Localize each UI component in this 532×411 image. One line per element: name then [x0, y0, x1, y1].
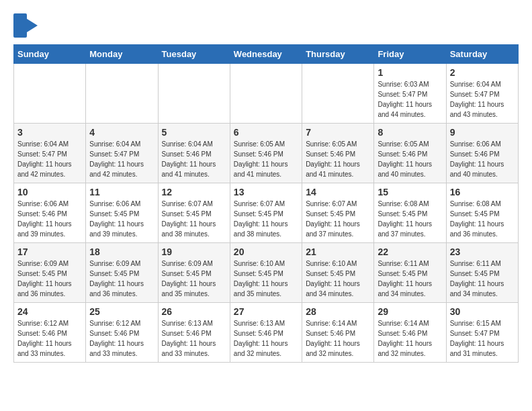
- calendar-cell: 14Sunrise: 6:07 AM Sunset: 5:45 PM Dayli…: [302, 183, 374, 243]
- day-info: Sunrise: 6:10 AM Sunset: 5:45 PM Dayligh…: [234, 259, 298, 299]
- day-number: 8: [378, 127, 442, 138]
- calendar-body: 1Sunrise: 6:03 AM Sunset: 5:47 PM Daylig…: [14, 64, 519, 363]
- calendar-cell: 4Sunrise: 6:04 AM Sunset: 5:47 PM Daylig…: [86, 124, 158, 183]
- day-info: Sunrise: 6:09 AM Sunset: 5:45 PM Dayligh…: [89, 259, 154, 299]
- day-number: 21: [306, 246, 370, 257]
- day-number: 12: [162, 187, 226, 197]
- day-info: Sunrise: 6:06 AM Sunset: 5:45 PM Dayligh…: [89, 199, 154, 239]
- calendar-cell: [158, 64, 230, 124]
- svg-marker-1: [27, 19, 38, 32]
- day-info: Sunrise: 6:15 AM Sunset: 5:47 PM Dayligh…: [450, 318, 515, 359]
- day-info: Sunrise: 6:05 AM Sunset: 5:46 PM Dayligh…: [306, 139, 370, 179]
- calendar-cell: 11Sunrise: 6:06 AM Sunset: 5:45 PM Dayli…: [86, 183, 158, 243]
- calendar-cell: 10Sunrise: 6:06 AM Sunset: 5:46 PM Dayli…: [14, 183, 86, 243]
- day-info: Sunrise: 6:12 AM Sunset: 5:46 PM Dayligh…: [89, 318, 154, 359]
- day-info: Sunrise: 6:07 AM Sunset: 5:45 PM Dayligh…: [234, 199, 298, 239]
- day-info: Sunrise: 6:14 AM Sunset: 5:46 PM Dayligh…: [378, 318, 442, 359]
- day-info: Sunrise: 6:04 AM Sunset: 5:47 PM Dayligh…: [89, 139, 154, 179]
- header-wednesday: Wednesday: [230, 45, 302, 64]
- header-tuesday: Tuesday: [158, 45, 230, 64]
- calendar-week-4: 17Sunrise: 6:09 AM Sunset: 5:45 PM Dayli…: [14, 243, 519, 303]
- day-number: 17: [17, 246, 82, 257]
- day-number: 7: [306, 127, 370, 138]
- calendar-cell: 12Sunrise: 6:07 AM Sunset: 5:45 PM Dayli…: [158, 183, 230, 243]
- calendar-cell: 24Sunrise: 6:12 AM Sunset: 5:46 PM Dayli…: [14, 303, 86, 363]
- logo-icon: [13, 13, 38, 38]
- day-info: Sunrise: 6:04 AM Sunset: 5:46 PM Dayligh…: [162, 139, 226, 179]
- calendar-cell: [86, 64, 158, 124]
- calendar-cell: 2Sunrise: 6:04 AM Sunset: 5:47 PM Daylig…: [446, 64, 518, 124]
- calendar-cell: 3Sunrise: 6:04 AM Sunset: 5:47 PM Daylig…: [14, 124, 86, 183]
- calendar-week-5: 24Sunrise: 6:12 AM Sunset: 5:46 PM Dayli…: [14, 303, 519, 363]
- day-info: Sunrise: 6:09 AM Sunset: 5:45 PM Dayligh…: [162, 259, 226, 299]
- calendar-week-3: 10Sunrise: 6:06 AM Sunset: 5:46 PM Dayli…: [14, 183, 519, 243]
- day-number: 23: [450, 246, 515, 257]
- calendar-cell: 5Sunrise: 6:04 AM Sunset: 5:46 PM Daylig…: [158, 124, 230, 183]
- day-info: Sunrise: 6:04 AM Sunset: 5:47 PM Dayligh…: [17, 139, 82, 179]
- calendar-cell: 18Sunrise: 6:09 AM Sunset: 5:45 PM Dayli…: [86, 243, 158, 303]
- day-info: Sunrise: 6:13 AM Sunset: 5:46 PM Dayligh…: [234, 318, 298, 359]
- header-monday: Monday: [86, 45, 158, 64]
- calendar-cell: 26Sunrise: 6:13 AM Sunset: 5:46 PM Dayli…: [158, 303, 230, 363]
- day-number: 13: [234, 187, 298, 197]
- day-number: 20: [234, 246, 298, 257]
- calendar-cell: 28Sunrise: 6:14 AM Sunset: 5:46 PM Dayli…: [302, 303, 374, 363]
- svg-rect-0: [13, 13, 27, 38]
- header-sunday: Sunday: [14, 45, 86, 64]
- day-number: 9: [450, 127, 515, 138]
- calendar-cell: 8Sunrise: 6:05 AM Sunset: 5:46 PM Daylig…: [374, 124, 446, 183]
- day-info: Sunrise: 6:10 AM Sunset: 5:45 PM Dayligh…: [306, 259, 370, 299]
- day-info: Sunrise: 6:05 AM Sunset: 5:46 PM Dayligh…: [378, 139, 442, 179]
- day-info: Sunrise: 6:07 AM Sunset: 5:45 PM Dayligh…: [306, 199, 370, 239]
- day-number: 19: [162, 246, 226, 257]
- day-number: 4: [89, 127, 154, 138]
- day-number: 30: [450, 306, 515, 317]
- day-number: 16: [450, 187, 515, 197]
- day-number: 10: [17, 187, 82, 197]
- day-info: Sunrise: 6:07 AM Sunset: 5:45 PM Dayligh…: [162, 199, 226, 239]
- day-info: Sunrise: 6:11 AM Sunset: 5:45 PM Dayligh…: [378, 259, 442, 299]
- calendar-week-2: 3Sunrise: 6:04 AM Sunset: 5:47 PM Daylig…: [14, 124, 519, 183]
- day-info: Sunrise: 6:13 AM Sunset: 5:46 PM Dayligh…: [162, 318, 226, 359]
- calendar-cell: 27Sunrise: 6:13 AM Sunset: 5:46 PM Dayli…: [230, 303, 302, 363]
- day-number: 3: [17, 127, 82, 138]
- day-info: Sunrise: 6:08 AM Sunset: 5:45 PM Dayligh…: [378, 199, 442, 239]
- day-number: 22: [378, 246, 442, 257]
- day-number: 1: [378, 67, 442, 78]
- calendar-header-row: SundayMondayTuesdayWednesdayThursdayFrid…: [14, 45, 519, 64]
- day-number: 26: [162, 306, 226, 317]
- day-info: Sunrise: 6:06 AM Sunset: 5:46 PM Dayligh…: [17, 199, 82, 239]
- day-number: 5: [162, 127, 226, 138]
- calendar-cell: 13Sunrise: 6:07 AM Sunset: 5:45 PM Dayli…: [230, 183, 302, 243]
- header-thursday: Thursday: [302, 45, 374, 64]
- calendar-cell: 20Sunrise: 6:10 AM Sunset: 5:45 PM Dayli…: [230, 243, 302, 303]
- day-info: Sunrise: 6:08 AM Sunset: 5:45 PM Dayligh…: [450, 199, 515, 239]
- day-info: Sunrise: 6:12 AM Sunset: 5:46 PM Dayligh…: [17, 318, 82, 359]
- day-number: 25: [89, 306, 154, 317]
- calendar-cell: 1Sunrise: 6:03 AM Sunset: 5:47 PM Daylig…: [374, 64, 446, 124]
- calendar-cell: [302, 64, 374, 124]
- day-info: Sunrise: 6:06 AM Sunset: 5:46 PM Dayligh…: [450, 139, 515, 179]
- day-number: 2: [450, 67, 515, 78]
- calendar-cell: 19Sunrise: 6:09 AM Sunset: 5:45 PM Dayli…: [158, 243, 230, 303]
- day-info: Sunrise: 6:09 AM Sunset: 5:45 PM Dayligh…: [17, 259, 82, 299]
- day-info: Sunrise: 6:14 AM Sunset: 5:46 PM Dayligh…: [306, 318, 370, 359]
- day-info: Sunrise: 6:05 AM Sunset: 5:46 PM Dayligh…: [234, 139, 298, 179]
- day-info: Sunrise: 6:04 AM Sunset: 5:47 PM Dayligh…: [450, 79, 515, 120]
- calendar-cell: 22Sunrise: 6:11 AM Sunset: 5:45 PM Dayli…: [374, 243, 446, 303]
- day-number: 15: [378, 187, 442, 197]
- page-header: [13, 13, 519, 38]
- calendar-cell: 25Sunrise: 6:12 AM Sunset: 5:46 PM Dayli…: [86, 303, 158, 363]
- calendar-cell: 15Sunrise: 6:08 AM Sunset: 5:45 PM Dayli…: [374, 183, 446, 243]
- day-number: 27: [234, 306, 298, 317]
- calendar-cell: 29Sunrise: 6:14 AM Sunset: 5:46 PM Dayli…: [374, 303, 446, 363]
- day-number: 6: [234, 127, 298, 138]
- calendar-cell: [14, 64, 86, 124]
- logo: [13, 13, 40, 38]
- header-saturday: Saturday: [446, 45, 518, 64]
- day-info: Sunrise: 6:11 AM Sunset: 5:45 PM Dayligh…: [450, 259, 515, 299]
- calendar-cell: 17Sunrise: 6:09 AM Sunset: 5:45 PM Dayli…: [14, 243, 86, 303]
- calendar-table: SundayMondayTuesdayWednesdayThursdayFrid…: [13, 44, 519, 363]
- calendar-cell: 16Sunrise: 6:08 AM Sunset: 5:45 PM Dayli…: [446, 183, 518, 243]
- calendar-cell: 9Sunrise: 6:06 AM Sunset: 5:46 PM Daylig…: [446, 124, 518, 183]
